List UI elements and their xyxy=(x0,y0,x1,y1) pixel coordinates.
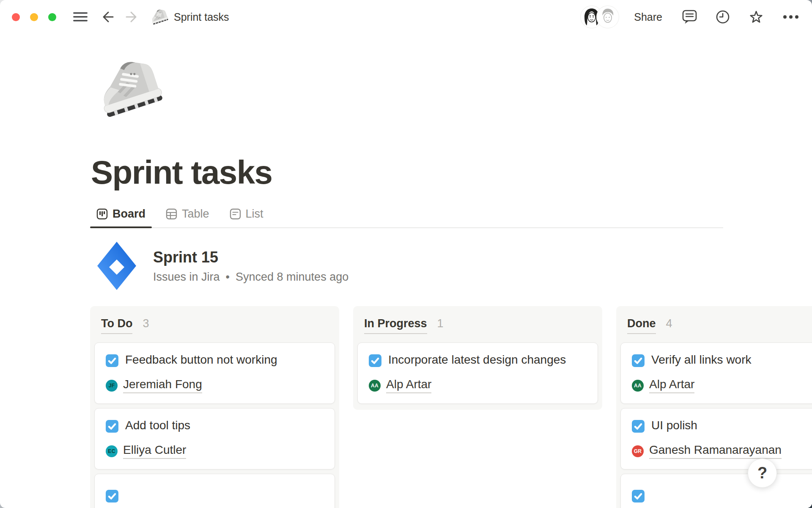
tab-list[interactable]: List xyxy=(223,207,270,227)
assignee-name: Jeremiah Fong xyxy=(123,378,202,393)
column-title[interactable]: To Do xyxy=(101,317,132,334)
column-count: 1 xyxy=(437,317,444,330)
collection-header: Sprint 15 Issues in Jira • Synced 8 minu… xyxy=(96,241,812,291)
forward-button[interactable] xyxy=(124,10,139,24)
collection-title[interactable]: Sprint 15 xyxy=(153,248,348,266)
assignee-avatar: GR xyxy=(632,445,644,457)
sneaker-icon xyxy=(150,8,169,26)
column-count: 3 xyxy=(143,317,149,330)
back-arrow-icon xyxy=(100,10,115,24)
comments-button[interactable] xyxy=(682,9,698,25)
checkbox-checked[interactable] xyxy=(106,354,118,367)
task-title: Feedback button not working xyxy=(125,353,277,366)
table-view-icon xyxy=(166,208,177,220)
board-column-done: Done 4 Verify all links work AA Alp Arta… xyxy=(616,306,812,508)
list-view-icon xyxy=(230,208,241,220)
checkbox-checked[interactable] xyxy=(369,354,381,367)
column-title[interactable]: Done xyxy=(627,317,656,334)
checkbox-checked[interactable] xyxy=(632,420,645,433)
app-window: Sprint tasks xyxy=(0,0,812,508)
column-title[interactable]: In Progress xyxy=(364,317,427,334)
minimize-window-button[interactable] xyxy=(30,13,38,21)
check-icon xyxy=(633,356,643,366)
page-icon-sneaker[interactable] xyxy=(96,52,165,126)
check-icon xyxy=(370,356,380,366)
presence-avatars[interactable] xyxy=(581,6,619,28)
window-controls xyxy=(12,13,56,21)
task-card[interactable]: Incorporate latest design changes AA Alp… xyxy=(357,342,598,404)
check-icon xyxy=(633,491,643,501)
jira-logo-icon xyxy=(96,241,137,291)
assignee-name: Elliya Cutler xyxy=(123,443,186,459)
bullet-separator: • xyxy=(226,271,230,284)
assignee[interactable]: GR Ganesh Ramanarayanan xyxy=(632,443,812,459)
assignee[interactable]: AA Alp Artar xyxy=(632,378,812,393)
updates-button[interactable] xyxy=(715,9,731,25)
assignee[interactable]: JF Jeremiah Fong xyxy=(106,378,324,393)
check-icon xyxy=(107,421,117,431)
tab-label: Table xyxy=(182,207,209,221)
tab-label: List xyxy=(246,207,263,221)
share-button[interactable]: Share xyxy=(634,11,662,23)
column-count: 4 xyxy=(666,317,672,330)
checkbox-checked[interactable] xyxy=(632,490,645,502)
task-card[interactable] xyxy=(620,474,812,508)
check-icon xyxy=(107,491,117,501)
tab-board[interactable]: Board xyxy=(90,207,152,227)
favorite-button[interactable] xyxy=(748,8,765,25)
task-card[interactable]: UI polish GR Ganesh Ramanarayanan xyxy=(620,408,812,469)
ellipsis-icon xyxy=(782,9,800,25)
collection-source[interactable]: Issues in Jira xyxy=(153,271,220,284)
task-title: Verify all links work xyxy=(651,353,752,366)
more-button[interactable] xyxy=(782,9,800,25)
check-icon xyxy=(107,356,117,366)
forward-arrow-icon xyxy=(124,10,139,24)
sidebar-menu-button[interactable] xyxy=(72,11,88,23)
clock-icon xyxy=(715,9,731,25)
board-column-in-progress: In Progress 1 Incorporate latest design … xyxy=(353,306,602,410)
task-card[interactable]: Feedback button not working JF Jeremiah … xyxy=(94,342,335,404)
checkbox-checked[interactable] xyxy=(106,420,118,433)
tab-table[interactable]: Table xyxy=(159,207,216,227)
task-card[interactable] xyxy=(94,474,335,508)
checkbox-checked[interactable] xyxy=(632,354,645,367)
task-title: Incorporate latest design changes xyxy=(388,353,566,366)
assignee-avatar: AA xyxy=(369,380,381,392)
assignee-avatar: AA xyxy=(632,380,644,392)
star-icon xyxy=(748,8,765,25)
avatar xyxy=(597,6,619,28)
comments-icon xyxy=(682,9,698,25)
task-title: Add tool tips xyxy=(125,419,190,432)
assignee[interactable]: EC Elliya Cutler xyxy=(106,443,324,459)
assignee[interactable]: AA Alp Artar xyxy=(369,378,587,393)
view-tabs: Board Table List xyxy=(90,207,723,228)
assignee-name: Ganesh Ramanarayanan xyxy=(649,443,782,459)
assignee-name: Alp Artar xyxy=(386,378,431,393)
breadcrumb[interactable]: Sprint tasks xyxy=(150,8,229,26)
menu-icon xyxy=(72,11,88,23)
assignee-name: Alp Artar xyxy=(649,378,694,393)
back-button[interactable] xyxy=(100,10,115,24)
page-title: Sprint tasks xyxy=(91,155,812,190)
collection-subtitle: Issues in Jira • Synced 8 minutes ago xyxy=(153,271,348,284)
assignee-avatar: JF xyxy=(106,380,118,392)
kanban-board: To Do 3 Feedback button not working JF J… xyxy=(90,306,812,508)
sync-status: Synced 8 minutes ago xyxy=(236,271,348,284)
check-icon xyxy=(633,421,643,431)
tab-label: Board xyxy=(112,207,145,221)
assignee-avatar: EC xyxy=(106,445,118,457)
task-card[interactable]: Verify all links work AA Alp Artar xyxy=(620,342,812,404)
help-button[interactable]: ? xyxy=(748,458,777,488)
checkbox-checked[interactable] xyxy=(106,490,118,502)
task-card[interactable]: Add tool tips EC Elliya Cutler xyxy=(94,408,335,469)
topbar: Sprint tasks xyxy=(0,0,812,34)
task-title: UI polish xyxy=(651,419,697,432)
board-column-todo: To Do 3 Feedback button not working JF J… xyxy=(90,306,339,508)
breadcrumb-title: Sprint tasks xyxy=(174,11,229,23)
close-window-button[interactable] xyxy=(12,13,20,21)
board-view-icon xyxy=(96,208,108,220)
zoom-window-button[interactable] xyxy=(48,13,56,21)
